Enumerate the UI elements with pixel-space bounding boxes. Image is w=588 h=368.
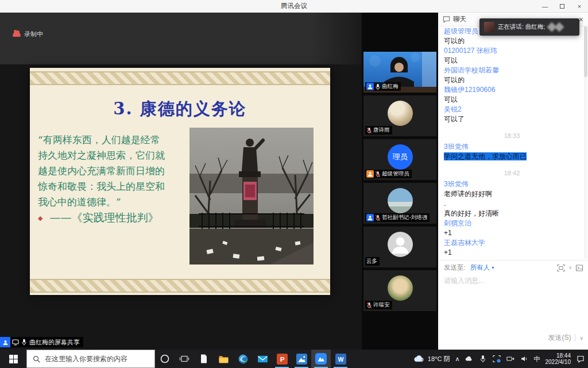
- file-explorer-button[interactable]: [214, 350, 233, 368]
- restore-icon: [560, 4, 564, 9]
- screen-top-band: [0, 13, 362, 64]
- system-tray: 18°C 阴 ∧ 中 18:44 2022/4/10: [414, 350, 588, 368]
- host-badge-icon: [366, 170, 374, 178]
- weather-text: 18°C 阴: [428, 355, 450, 363]
- member-badge-icon: [366, 214, 374, 221]
- snip-tool-icon[interactable]: [493, 355, 501, 363]
- chat-timestamp: 18:42: [444, 168, 580, 178]
- tray-date: 2022/4/10: [546, 359, 571, 365]
- onedrive-cloud-icon[interactable]: [465, 355, 474, 363]
- restore-button[interactable]: [554, 0, 571, 13]
- slide-attribution-row: ◆ ——《实践理性批判》: [38, 210, 158, 225]
- window-titlebar: 腾讯会议 — ×: [0, 0, 588, 13]
- tray-clock[interactable]: 18:44 2022/4/10: [546, 352, 571, 365]
- avatar: 理员: [388, 144, 413, 170]
- screen-share-label: 曲红梅的屏幕共享: [29, 338, 80, 347]
- chat-sender: 01200127 张桓玮: [444, 46, 580, 56]
- participant-tile[interactable]: 曲红梅: [363, 52, 436, 93]
- send-options-chevron-icon[interactable]: ∨: [579, 335, 583, 341]
- chat-sender: 吴锐2: [444, 105, 580, 114]
- mic-muted-icon: [366, 302, 372, 309]
- recording-label: 录制中: [24, 30, 43, 39]
- screen-share-statusbar: 曲红梅的屏幕共享: [0, 337, 83, 347]
- weather-widget[interactable]: 18°C 阴: [414, 355, 450, 363]
- chat-message: +1: [444, 248, 580, 258]
- chat-message: 可以: [444, 95, 580, 105]
- participant-tile[interactable]: 许瑞安: [363, 270, 436, 311]
- projector-icon[interactable]: [506, 355, 515, 363]
- participant-nameplate: 许瑞安: [365, 301, 392, 309]
- minimize-button[interactable]: —: [536, 0, 554, 13]
- tray-time: 18:44: [546, 352, 571, 359]
- start-button[interactable]: [0, 350, 26, 368]
- recording-cloud-icon: [13, 32, 21, 37]
- search-placeholder: 在这里输入你要搜索的内容: [45, 354, 127, 364]
- image-attach-icon[interactable]: [575, 264, 583, 272]
- tencent-meeting-button[interactable]: [311, 350, 331, 368]
- participant-name: 曲红梅: [382, 83, 399, 90]
- mic-icon: [21, 339, 28, 346]
- participant-name: 超级管理员: [382, 170, 409, 178]
- chat-message: .: [444, 199, 580, 209]
- chat-scrollbar[interactable]: [584, 26, 587, 259]
- tray-mic-icon[interactable]: [479, 355, 488, 363]
- windows-logo-icon: [9, 355, 18, 363]
- participant-tile[interactable]: 唐诗雨: [363, 95, 436, 136]
- mic-muted-icon: [375, 171, 381, 178]
- screen-share-icon: [12, 339, 19, 346]
- powerpoint-button[interactable]: P: [272, 350, 292, 368]
- ime-indicator[interactable]: 中: [534, 355, 540, 363]
- mic-muted-icon: [375, 214, 381, 221]
- send-divider: [575, 334, 575, 342]
- photos-button[interactable]: [292, 350, 311, 368]
- send-to-row: 发送至: 所有人 ▾ ∨: [444, 263, 583, 272]
- chat-message-list: 超级管理员可以的01200127 张桓玮可以外国语学校胡若馨可以的魏镜伊1219…: [444, 26, 580, 259]
- task-view-button[interactable]: [175, 350, 194, 368]
- notification-center-icon[interactable]: [576, 355, 585, 363]
- mail-button[interactable]: [253, 350, 272, 368]
- participant-name: 哲社副书记-刘培强: [382, 214, 427, 221]
- presentation-slide: 3. 康德的义务论 “有两样东西，人们越是经常 持久地对之凝神思索，它们就 越是…: [30, 68, 330, 295]
- send-button[interactable]: 发送(S): [548, 333, 571, 343]
- word-icon: W: [335, 354, 346, 365]
- close-button[interactable]: ×: [571, 0, 588, 13]
- chat-close-button[interactable]: ×: [579, 15, 583, 24]
- taskbar-apps: P W: [155, 350, 350, 368]
- chevron-down-icon[interactable]: ∨: [568, 265, 572, 270]
- slide-decorative-band-bottom: [30, 279, 330, 293]
- cortana-button[interactable]: [155, 350, 175, 368]
- chat-scrollbar-thumb[interactable]: [584, 26, 587, 77]
- chat-message: 可以: [444, 56, 580, 66]
- chat-input[interactable]: 请输入消息...: [444, 276, 484, 286]
- kant-statue-photo: [189, 128, 314, 264]
- chat-panel: 聊天 ··· × 正在讲话: 曲红梅; 超级管理员可以的01200127 张桓玮…: [438, 13, 588, 350]
- chat-message: +1: [444, 228, 580, 238]
- participant-tile[interactable]: 理员超级管理员: [363, 139, 436, 180]
- slide-title: 3. 康德的义务论: [30, 98, 330, 121]
- avatar: [388, 188, 413, 213]
- participant-nameplate: 超级管理员: [365, 170, 412, 178]
- window-title: 腾讯会议: [281, 2, 307, 10]
- member-badge-icon: [366, 83, 374, 90]
- participant-tile[interactable]: 云多: [363, 227, 436, 267]
- slide-decorative-band-top: [30, 71, 330, 85]
- tray-expand-chevron[interactable]: ∧: [455, 355, 459, 363]
- chat-message: 可以的: [444, 75, 580, 85]
- svg-text:P: P: [280, 355, 284, 362]
- chat-message: 真的好好，好清晰: [444, 209, 580, 218]
- cortana-icon: [160, 354, 170, 364]
- chat-sender: 3班党伟: [444, 142, 580, 152]
- chevron-down-icon[interactable]: ▾: [492, 265, 494, 270]
- word-button[interactable]: W: [331, 350, 350, 368]
- participant-tile[interactable]: 哲社副书记-刘培强: [363, 183, 436, 224]
- send-button-group: 发送(S) ∨: [548, 333, 583, 343]
- screenshot-icon[interactable]: [557, 264, 565, 272]
- edge-button[interactable]: [233, 350, 253, 368]
- send-to-selector[interactable]: 所有人: [470, 263, 490, 272]
- notepad-button[interactable]: [194, 350, 214, 368]
- chat-message: 学问之道无他，求放心而已: [444, 152, 580, 162]
- mic-muted-icon: [366, 127, 372, 134]
- speaker-icon[interactable]: [520, 355, 529, 363]
- weather-cloud-icon: [414, 355, 425, 363]
- search-input[interactable]: 在这里输入你要搜索的内容: [26, 350, 155, 368]
